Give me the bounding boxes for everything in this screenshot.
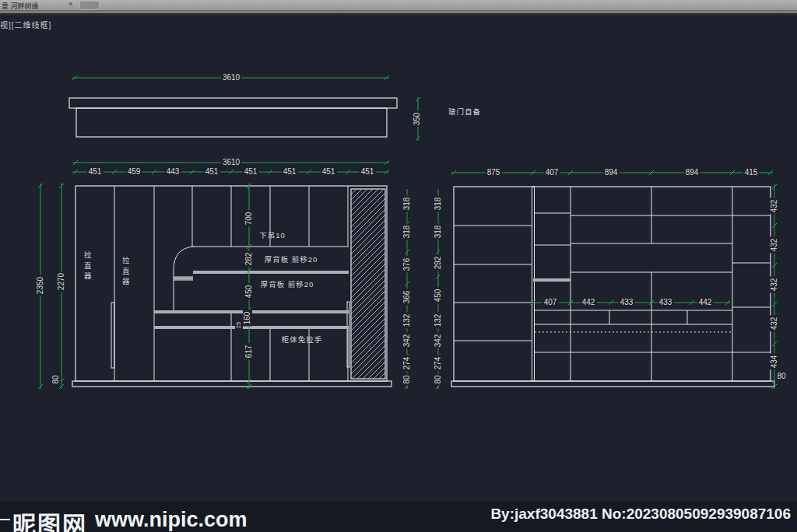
dim-left-seg: 451 (360, 167, 376, 177)
note-no-handle: 柜体免拉手 (282, 336, 323, 344)
dim-vchain: 700 (244, 211, 254, 227)
dim-midB: 292 (434, 255, 443, 271)
watermark-byline: By:jaxf3043881 No:20230805092939087106 (490, 506, 791, 523)
watermark-dash (0, 519, 10, 520)
dim-midA: 376 (402, 257, 412, 273)
dim-midB: 274 (434, 355, 443, 372)
dim-left-seg: 459 (126, 167, 142, 177)
dim-midA: 318 (402, 196, 412, 212)
dim-midA: 318 (402, 224, 412, 240)
dim-shelf-seg: 433 (658, 298, 674, 307)
dim-topview-depth: 350 (413, 111, 422, 128)
dim-shelf-seg: 442 (697, 298, 714, 307)
dim-midB: 450 (434, 288, 443, 304)
dim-vchain: 25 (235, 320, 243, 331)
dim-vchain: 450 (244, 284, 254, 300)
dim-left-seg: 443 (165, 167, 181, 177)
dim-midA: 366 (402, 289, 412, 306)
dim-shelf-seg: 433 (619, 298, 635, 307)
dim-midA: 342 (402, 333, 412, 349)
dim-right-seg: 875 (486, 168, 502, 177)
dim-midB: 318 (434, 196, 443, 212)
note-back-panel-top: 厚背板 前移20 (265, 256, 318, 264)
dim-right-seg: 407 (544, 168, 560, 177)
dim-right-row: 434 (770, 354, 779, 370)
dim-left-seg: 451 (321, 167, 337, 177)
dim-right-row: 432 (770, 237, 779, 254)
dim-topview-width: 3610 (221, 73, 241, 82)
dim-right-row: 432 (770, 198, 779, 215)
note-puller-left: 拉直器 (83, 251, 91, 283)
dim-left-seg: 451 (282, 167, 298, 177)
dim-right-row: 432 (770, 316, 779, 332)
dim-midB: 342 (434, 333, 443, 349)
dim-left-overall: 3610 (221, 158, 241, 167)
dim-left-seg: 451 (204, 167, 220, 177)
cad-drawing-lines (0, 0, 797, 532)
dim-shelf-seg: 442 (581, 298, 597, 307)
note-glass-door: 玻门自备 (448, 108, 481, 116)
watermark-site-name: 昵图网 (12, 506, 87, 532)
note-puller-right: 拉直器 (121, 257, 129, 289)
dim-base-height: 80 (51, 373, 61, 385)
dim-midB: 80 (434, 373, 443, 385)
dim-vchain: 160 (243, 310, 252, 327)
dim-height-outer: 2350 (36, 275, 45, 296)
note-back-panel-mid: 厚背板 前移20 (261, 281, 314, 289)
dim-left-seg: 451 (243, 167, 259, 177)
dim-midB: 132 (434, 313, 443, 329)
dim-midA: 80 (402, 373, 412, 385)
dim-midA: 132 (402, 313, 412, 329)
dim-midB: 318 (434, 224, 443, 240)
dim-left-seg: 451 (87, 167, 104, 177)
dim-right-row: 432 (770, 277, 779, 293)
dim-right-base: 80 (775, 372, 787, 381)
dim-right-seg: 894 (603, 168, 620, 177)
dim-vchain: 282 (244, 251, 254, 268)
note-hang: 下吊10 (259, 232, 286, 240)
dim-midA: 274 (402, 355, 412, 372)
dim-right-seg: 894 (684, 168, 700, 177)
dim-shelf-seg: 407 (542, 298, 559, 307)
app-window: 意 河畔树缘 × 视][二维线框] (0, 0, 797, 532)
dim-vchain: 617 (244, 344, 254, 360)
dim-right-seg: 415 (743, 168, 760, 177)
watermark-url: www.nipic.com (95, 508, 248, 532)
dim-height-inner: 2270 (57, 271, 66, 292)
